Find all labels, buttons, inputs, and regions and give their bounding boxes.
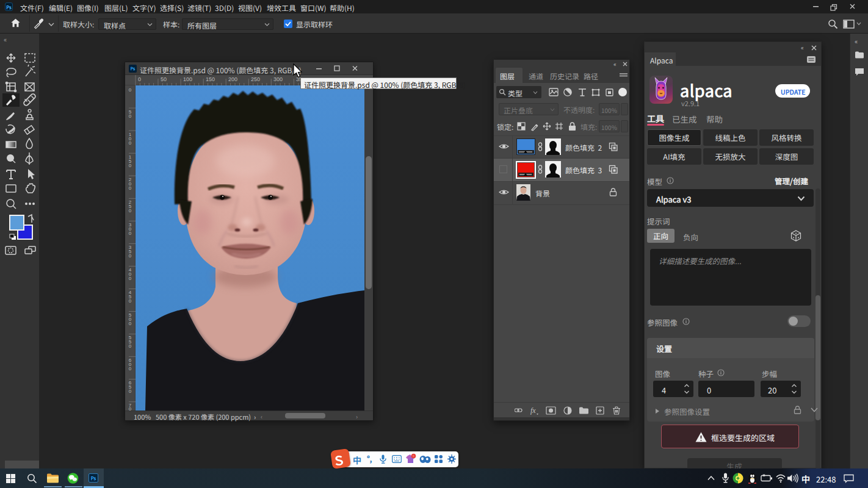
svg-text:0: 0 [129,343,132,349]
svg-text:0: 0 [129,406,132,411]
svg-text:0: 0 [129,113,132,119]
svg-text:50: 50 [161,76,167,82]
svg-text:0: 0 [129,298,132,304]
svg-text:0: 0 [129,366,132,371]
svg-text:250: 250 [251,76,260,82]
svg-text:0: 0 [129,321,132,326]
svg-text:fx: fx [530,406,536,415]
svg-text:0: 0 [129,208,132,214]
svg-text:150: 150 [206,76,215,82]
svg-text:0: 0 [138,76,141,82]
svg-text:0: 0 [129,163,132,168]
svg-text:0: 0 [129,231,132,236]
svg-text:0: 0 [129,389,132,394]
svg-text:300: 300 [273,76,283,82]
svg-text:100: 100 [183,76,192,82]
svg-text:0: 0 [129,140,132,146]
svg-text:0: 0 [129,185,132,191]
svg-text:0: 0 [129,253,132,259]
svg-text:0: 0 [129,276,132,281]
svg-text:0: 0 [129,87,132,93]
svg-text:200: 200 [228,76,237,82]
